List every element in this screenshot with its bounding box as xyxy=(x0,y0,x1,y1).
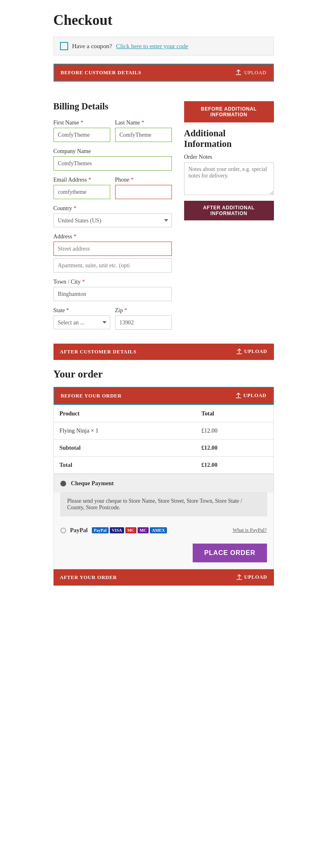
subtotal-row: Subtotal £12.00 xyxy=(53,440,274,457)
after-your-order-label: AFTER YOUR ORDER xyxy=(60,575,117,581)
address-input[interactable] xyxy=(53,242,172,256)
city-label: Town / City * xyxy=(53,278,172,285)
subtotal-label: Subtotal xyxy=(53,440,196,457)
after-customer-upload-btn[interactable]: Upload xyxy=(236,349,267,355)
address2-input[interactable] xyxy=(53,258,172,273)
last-name-label: Last Name * xyxy=(115,119,172,126)
order-notes-textarea[interactable] xyxy=(184,162,274,195)
before-your-order-label: BEFORE YOUR ORDER xyxy=(61,393,122,399)
cheque-description: Please send your cheque to Store Name, S… xyxy=(60,493,267,516)
coupon-icon xyxy=(60,42,68,50)
after-customer-label: AFTER CUSTOMER DETAILS xyxy=(60,349,137,355)
last-name-input[interactable] xyxy=(115,128,172,142)
after-your-order-upload-btn[interactable]: Upload xyxy=(236,574,267,581)
state-label: State * xyxy=(53,307,110,314)
city-group: Town / City * xyxy=(53,278,172,301)
billing-title: Billing Details xyxy=(53,101,172,112)
total-row: Total £12.00 xyxy=(53,457,274,474)
billing-section: Billing Details First Name * Last Name * xyxy=(53,101,172,335)
cheque-radio[interactable] xyxy=(60,481,66,486)
country-label: Country * xyxy=(53,205,172,212)
paypal-logos: PayPal VISA MC MC AMEX xyxy=(92,527,167,533)
upload-icon xyxy=(235,69,242,76)
before-customer-details-bar: BEFORE CUSTOMER DETAILS Upload xyxy=(53,64,274,82)
before-customer-label: BEFORE CUSTOMER DETAILS xyxy=(61,70,142,76)
state-zip-row: State * Select an ... Zip * xyxy=(53,307,172,330)
your-order-title: Your order xyxy=(53,368,274,380)
cheque-label: Cheque Payment xyxy=(71,480,114,487)
mastercard-logo: MC xyxy=(125,527,136,533)
company-group: Company Name xyxy=(53,148,172,171)
email-group: Email Address * xyxy=(53,176,110,199)
mastercard2-logo: MC xyxy=(138,527,149,533)
place-order-button[interactable]: PLACE ORDER xyxy=(193,544,267,562)
paypal-label: PayPal xyxy=(70,527,88,534)
order-notes-label: Order Notes xyxy=(184,153,274,160)
company-label: Company Name xyxy=(53,148,172,155)
coupon-link[interactable]: Click here to enter your code xyxy=(116,42,188,50)
email-label: Email Address * xyxy=(53,176,110,183)
paypal-radio[interactable] xyxy=(60,528,66,533)
phone-input[interactable] xyxy=(115,185,172,199)
phone-label: Phone * xyxy=(115,176,172,183)
cheque-payment-option[interactable]: Cheque Payment xyxy=(54,474,274,493)
total-col-header: Total xyxy=(196,405,274,422)
amex-logo: AMEX xyxy=(150,527,167,533)
subtotal-value: £12.00 xyxy=(196,440,274,457)
paypal-left: PayPal PayPal VISA MC MC AMEX xyxy=(60,527,167,534)
total-label: Total xyxy=(53,457,196,474)
product-col-header: Product xyxy=(53,405,196,422)
first-name-group: First Name * xyxy=(53,119,110,142)
zip-input[interactable] xyxy=(115,315,172,330)
what-is-paypal-link[interactable]: What is PayPal? xyxy=(233,527,267,533)
state-select[interactable]: Select an ... xyxy=(53,315,110,329)
address-label: Address * xyxy=(53,233,172,240)
city-input[interactable] xyxy=(53,287,172,301)
address-group: Address * xyxy=(53,233,172,273)
paypal-logo: PayPal xyxy=(92,527,109,533)
last-name-group: Last Name * xyxy=(115,119,172,142)
upload-icon-after xyxy=(236,349,242,355)
payment-section: Cheque Payment Please send your cheque t… xyxy=(53,474,274,569)
additional-info-section: BEFORE ADDITIONAL INFORMATION Additional… xyxy=(184,101,274,335)
first-name-input[interactable] xyxy=(53,128,110,142)
state-group: State * Select an ... xyxy=(53,307,110,330)
paypal-option: PayPal PayPal VISA MC MC AMEX What is Pa… xyxy=(54,521,274,539)
place-order-container: PLACE ORDER xyxy=(54,539,274,569)
after-customer-details-bar: AFTER CUSTOMER DETAILS Upload xyxy=(53,344,274,360)
after-your-order-bar: AFTER YOUR ORDER Upload xyxy=(53,569,274,586)
before-additional-info-button[interactable]: BEFORE ADDITIONAL INFORMATION xyxy=(184,101,274,122)
email-input[interactable] xyxy=(53,185,110,199)
first-name-label: First Name * xyxy=(53,119,110,126)
page-title: Checkout xyxy=(53,12,274,29)
email-phone-row: Email Address * Phone * xyxy=(53,176,172,199)
country-select[interactable]: United States (US) xyxy=(53,213,172,227)
product-cell: Flying Ninja × 1 xyxy=(53,422,196,440)
after-additional-info-button[interactable]: AFTER ADDITIONAL INFORMATION xyxy=(184,201,274,220)
zip-label: Zip * xyxy=(115,307,172,314)
company-input[interactable] xyxy=(53,156,172,171)
zip-group: Zip * xyxy=(115,307,172,330)
coupon-bar: Have a coupon? Click here to enter your … xyxy=(53,37,274,55)
visa-logo: VISA xyxy=(110,527,124,533)
before-your-order-bar: BEFORE YOUR ORDER Upload xyxy=(53,387,274,405)
order-table: Product Total Flying Ninja × 1£12.00 Sub… xyxy=(53,405,274,474)
upload-icon-after-order xyxy=(236,574,242,581)
phone-group: Phone * xyxy=(115,176,172,199)
before-customer-upload-btn[interactable]: Upload xyxy=(235,69,266,76)
additional-info-title: Additional Information xyxy=(184,128,274,149)
billing-additional-layout: Billing Details First Name * Last Name * xyxy=(53,101,274,335)
upload-icon-order xyxy=(235,393,242,399)
before-your-order-upload-btn[interactable]: Upload xyxy=(235,393,266,399)
total-value: £12.00 xyxy=(196,457,274,474)
country-group: Country * United States (US) xyxy=(53,205,172,227)
coupon-text: Have a coupon? xyxy=(72,42,112,50)
name-row: First Name * Last Name * xyxy=(53,119,172,142)
total-cell: £12.00 xyxy=(196,422,274,440)
table-row: Flying Ninja × 1£12.00 xyxy=(53,422,274,440)
